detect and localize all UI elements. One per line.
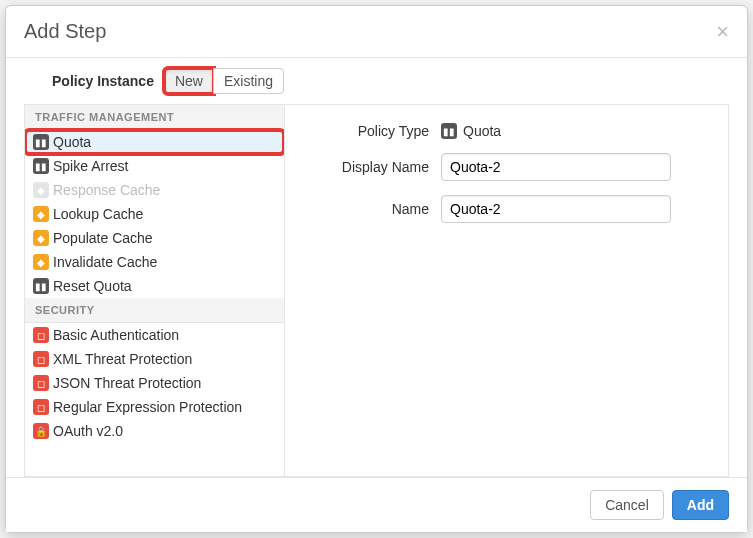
close-icon[interactable]: ×	[716, 21, 729, 43]
policy-item-label: JSON Threat Protection	[53, 375, 201, 391]
policy-item-spike-arrest[interactable]: ▮▮Spike Arrest	[25, 154, 284, 178]
policy-item-label: OAuth v2.0	[53, 423, 123, 439]
category-header: SECURITY	[25, 298, 284, 323]
policy-item-label: XML Threat Protection	[53, 351, 192, 367]
policy-item-label: Reset Quota	[53, 278, 132, 294]
policy-item-label: Quota	[53, 134, 91, 150]
policy-item-invalidate-cache[interactable]: ◆Invalidate Cache	[25, 250, 284, 274]
sec-icon: ◻	[33, 327, 49, 343]
modal-footer: Cancel Add	[6, 477, 747, 532]
policy-item-basic-authentication[interactable]: ◻Basic Authentication	[25, 323, 284, 347]
policy-item-oauth-v2-0[interactable]: 🔒OAuth v2.0	[25, 419, 284, 443]
policy-type-value-wrap: ▮▮ Quota	[441, 123, 501, 139]
instance-existing-button[interactable]: Existing	[213, 68, 284, 94]
modal-body: TRAFFIC MANAGEMENT▮▮Quota▮▮Spike Arrest◆…	[24, 104, 729, 477]
policy-list[interactable]: TRAFFIC MANAGEMENT▮▮Quota▮▮Spike Arrest◆…	[25, 105, 285, 476]
oauth-icon: 🔒	[33, 423, 49, 439]
category-header: TRAFFIC MANAGEMENT	[25, 105, 284, 130]
policy-item-reset-quota[interactable]: ▮▮Reset Quota	[25, 274, 284, 298]
sec-icon: ◻	[33, 375, 49, 391]
policy-form: Policy Type ▮▮ Quota Display Name Name	[285, 105, 728, 476]
instance-new-button[interactable]: New	[164, 68, 214, 94]
instance-toggle: New Existing	[164, 68, 284, 94]
policy-item-regular-expression-protection[interactable]: ◻Regular Expression Protection	[25, 395, 284, 419]
policy-item-response-cache: ◆Response Cache	[25, 178, 284, 202]
quota-icon: ▮▮	[33, 134, 49, 150]
cancel-button[interactable]: Cancel	[590, 490, 664, 520]
modal-header: Add Step ×	[6, 6, 747, 58]
policy-item-quota[interactable]: ▮▮Quota	[25, 130, 284, 154]
policy-item-label: Response Cache	[53, 182, 160, 198]
cache-icon: ◆	[33, 230, 49, 246]
name-label: Name	[309, 201, 429, 217]
reset-icon: ▮▮	[33, 278, 49, 294]
name-row: Name	[309, 195, 704, 223]
quota-icon: ▮▮	[441, 123, 457, 139]
policy-item-label: Lookup Cache	[53, 206, 143, 222]
display-name-row: Display Name	[309, 153, 704, 181]
display-name-label: Display Name	[309, 159, 429, 175]
policy-item-label: Spike Arrest	[53, 158, 128, 174]
policy-item-json-threat-protection[interactable]: ◻JSON Threat Protection	[25, 371, 284, 395]
spike-icon: ▮▮	[33, 158, 49, 174]
policy-item-label: Populate Cache	[53, 230, 153, 246]
policy-item-populate-cache[interactable]: ◆Populate Cache	[25, 226, 284, 250]
policy-type-value: Quota	[463, 123, 501, 139]
policy-item-lookup-cache[interactable]: ◆Lookup Cache	[25, 202, 284, 226]
policy-instance-row: Policy Instance New Existing	[6, 58, 747, 100]
name-input[interactable]	[441, 195, 671, 223]
sec-icon: ◻	[33, 351, 49, 367]
modal-title: Add Step	[24, 20, 106, 43]
policy-item-xml-threat-protection[interactable]: ◻XML Threat Protection	[25, 347, 284, 371]
add-button[interactable]: Add	[672, 490, 729, 520]
cache-icon: ◆	[33, 254, 49, 270]
cache-icon: ◆	[33, 206, 49, 222]
policy-item-label: Invalidate Cache	[53, 254, 157, 270]
policy-type-label: Policy Type	[309, 123, 429, 139]
policy-type-row: Policy Type ▮▮ Quota	[309, 123, 704, 139]
sec-icon: ◻	[33, 399, 49, 415]
cache-dis-icon: ◆	[33, 182, 49, 198]
display-name-input[interactable]	[441, 153, 671, 181]
policy-instance-label: Policy Instance	[52, 73, 154, 89]
policy-item-label: Basic Authentication	[53, 327, 179, 343]
policy-item-label: Regular Expression Protection	[53, 399, 242, 415]
add-step-modal: Add Step × Policy Instance New Existing …	[5, 5, 748, 533]
